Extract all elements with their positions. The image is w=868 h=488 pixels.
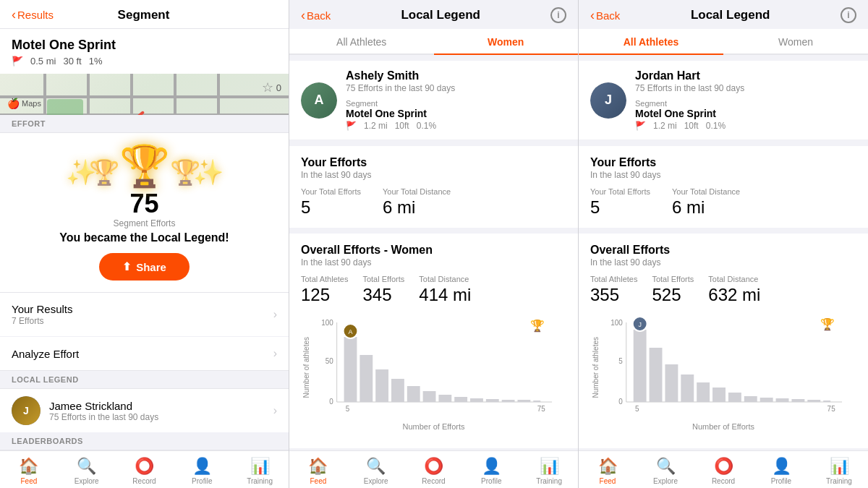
your-efforts-card-p2: Your Efforts In the last 90 days Your To… <box>289 146 578 228</box>
nav-profile-p3[interactable]: 👤 Profile <box>763 457 799 485</box>
svg-rect-42 <box>823 401 830 402</box>
your-results-title: Your Results <box>12 303 273 315</box>
oe-distance-value-p2: 414 mi <box>419 285 471 305</box>
nav-record[interactable]: ⭕ Record <box>126 457 162 485</box>
local-legend-text: Jamee Strickland 75 Efforts in the last … <box>49 400 273 422</box>
leaderboards-section-header: LEADERBOARDS <box>0 432 289 450</box>
chart-y-label-p3: Number of athletes <box>592 337 650 398</box>
panel3-bottom-nav: 🏠 Feed 🔍 Explore ⭕ Record 👤 Profile 📊 Tr… <box>579 450 868 488</box>
local-legend-item[interactable]: J Jamee Strickland 75 Efforts in the las… <box>0 389 289 432</box>
athlete-segment-meta-p3: 🚩 1.2 mi 10ft 0.1% <box>635 121 744 131</box>
athlete-card-p2: A Ashely Smith 75 Efforts in the last 90… <box>289 61 578 140</box>
star-count: 0 <box>276 82 281 93</box>
panel3-header: ‹ Back Local Legend i <box>579 0 868 29</box>
nav-explore-p2[interactable]: 🔍 Explore <box>358 457 394 485</box>
ye-efforts-value-p2: 5 <box>301 197 361 218</box>
local-legend-sub: 75 Efforts in the last 90 days <box>49 412 273 422</box>
svg-rect-12 <box>423 391 436 402</box>
info-icon-p3[interactable]: i <box>841 7 856 23</box>
record-icon: ⭕ <box>135 457 154 476</box>
local-legend-name: Jamee Strickland <box>49 400 273 412</box>
chevron-right-icon: › <box>273 308 277 321</box>
panel1-header: ‹ Results Segment <box>0 0 289 29</box>
ye-subtitle-p2: In the last 90 days <box>301 170 566 180</box>
panel3-back-button[interactable]: ‹ Back <box>590 8 620 23</box>
svg-text:🏆: 🏆 <box>530 319 545 333</box>
nav-feed-p2[interactable]: 🏠 Feed <box>300 457 336 485</box>
svg-rect-32 <box>665 364 678 402</box>
svg-rect-40 <box>791 399 804 402</box>
oe-distance-p3: Total Distance 632 mi <box>708 275 760 305</box>
ye-total-distance-p3: Your Total Distance 6 mi <box>672 187 740 218</box>
profile-label-p2: Profile <box>481 477 501 485</box>
oe-efforts-value-p3: 525 <box>652 285 694 305</box>
flag-icon-p3: 🚩 <box>635 121 646 131</box>
nav-training[interactable]: 📊 Training <box>242 457 278 485</box>
tab-all-athletes-p3[interactable]: All Athletes <box>579 29 723 55</box>
athlete-info-p2: Ashely Smith 75 Efforts in the last 90 d… <box>346 69 455 131</box>
ye-distance-label-p2: Your Total Distance <box>383 187 451 196</box>
panel3-back-label: Back <box>596 9 620 22</box>
back-button[interactable]: ‹ Results <box>12 7 54 22</box>
oe-efforts-label-p2: Total Efforts <box>362 275 404 283</box>
tab-women-p2[interactable]: Women <box>434 29 579 55</box>
svg-text:0: 0 <box>618 398 623 406</box>
trophy-legend-text: You became the Local Legend! <box>59 231 229 244</box>
panel2-back-label: Back <box>307 9 331 22</box>
oe-title-p3: Overall Efforts <box>590 244 856 257</box>
svg-text:100: 100 <box>321 319 333 327</box>
trophy-number: 75 <box>129 191 158 217</box>
feed-label-p3: Feed <box>600 477 616 485</box>
profile-icon-p2: 👤 <box>482 457 501 476</box>
nav-feed[interactable]: 🏠 Feed <box>11 457 47 485</box>
nav-explore[interactable]: 🔍 Explore <box>69 457 105 485</box>
overall-efforts-card-p2: Overall Efforts - Women In the last 90 d… <box>289 234 578 448</box>
profile-icon-p3: 👤 <box>772 457 791 476</box>
share-button[interactable]: ⬆ Share <box>99 253 190 281</box>
panel-local-legend-all: ‹ Back Local Legend i All Athletes Women… <box>579 0 868 488</box>
nav-profile[interactable]: 👤 Profile <box>184 457 220 485</box>
nav-record-p2[interactable]: ⭕ Record <box>415 457 451 485</box>
tab-all-athletes-p2[interactable]: All Athletes <box>289 29 434 55</box>
oe-athletes-label-p2: Total Athletes <box>301 275 348 283</box>
svg-text:A: A <box>349 328 353 335</box>
trophy-glow-right-icon: ✨ <box>193 158 224 187</box>
panel2-back-button[interactable]: ‹ Back <box>301 8 331 23</box>
svg-rect-18 <box>517 400 530 402</box>
nav-training-p3[interactable]: 📊 Training <box>821 457 857 485</box>
record-label-p3: Record <box>712 477 735 485</box>
trophy-subtitle: Segment Efforts <box>114 218 176 228</box>
athlete-grade-p3: 0.1% <box>706 121 726 131</box>
chevron-right-icon-2: › <box>273 347 277 360</box>
svg-rect-19 <box>533 401 540 402</box>
record-label-p2: Record <box>422 477 445 485</box>
bottom-nav: 🏠 Feed 🔍 Explore ⭕ Record 👤 Profile 📊 Tr… <box>0 450 289 488</box>
feed-label: Feed <box>20 477 37 485</box>
oe-stats-p2: Total Athletes 125 Total Efforts 345 Tot… <box>301 275 566 305</box>
panel2-content: A Ashely Smith 75 Efforts in the last 90… <box>289 55 578 450</box>
nav-training-p2[interactable]: 📊 Training <box>531 457 567 485</box>
analyze-effort-title: Analyze Effort <box>12 348 273 360</box>
nav-record-p3[interactable]: ⭕ Record <box>705 457 741 485</box>
segment-elevation: 30 ft <box>63 56 81 67</box>
nav-feed-p3[interactable]: 🏠 Feed <box>590 457 626 485</box>
athlete-segment-name-p3: Motel One Sprint <box>635 108 744 119</box>
maps-label: 🍎 Maps <box>7 98 41 109</box>
chart-x-label-p2: Number of Efforts <box>308 422 559 431</box>
tab-women-p3[interactable]: Women <box>723 29 868 55</box>
analyze-effort-item[interactable]: Analyze Effort › <box>0 337 289 370</box>
svg-text:0: 0 <box>329 398 333 406</box>
svg-text:5: 5 <box>346 405 350 413</box>
segment-name: Motel One Sprint <box>12 38 277 53</box>
profile-label-p3: Profile <box>771 477 791 485</box>
nav-explore-p3[interactable]: 🔍 Explore <box>647 457 684 485</box>
nav-profile-p2[interactable]: 👤 Profile <box>473 457 509 485</box>
page-title: Segment <box>54 8 234 22</box>
feed-icon-p2: 🏠 <box>308 457 328 476</box>
ye-efforts-label-p2: Your Total Efforts <box>301 187 361 196</box>
your-results-item[interactable]: Your Results 7 Efforts › <box>0 293 289 337</box>
athlete-segment-name-p2: Motel One Sprint <box>346 108 455 119</box>
star-icon: ☆ <box>262 80 273 95</box>
info-icon-p2[interactable]: i <box>550 7 566 23</box>
svg-rect-35 <box>712 388 726 402</box>
